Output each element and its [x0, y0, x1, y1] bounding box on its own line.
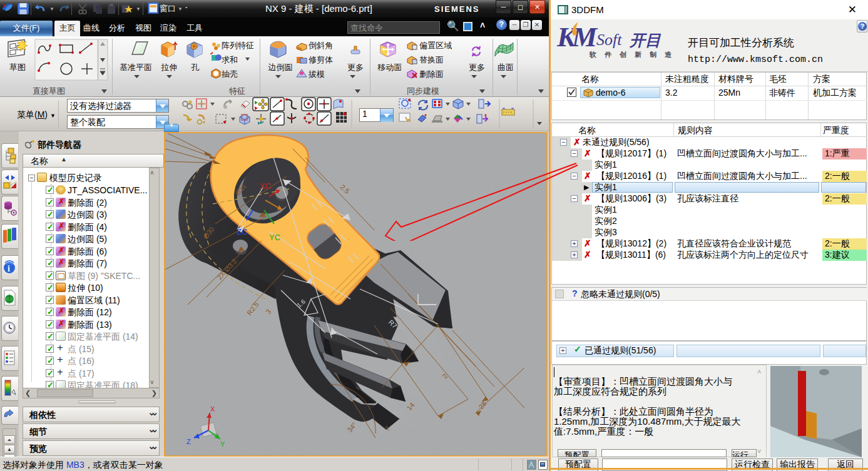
- svg-text:Z: Z: [186, 438, 191, 445]
- svg-text:R2.5: R2.5: [245, 301, 260, 317]
- svg-text:28: 28: [477, 400, 488, 410]
- svg-text:2.5: 2.5: [339, 183, 351, 195]
- svg-text:X: X: [210, 405, 215, 413]
- svg-text:i: i: [8, 264, 10, 273]
- svg-text:ZC: ZC: [237, 227, 247, 236]
- svg-text:3: 3: [264, 308, 272, 315]
- svg-text:Y: Y: [220, 440, 225, 448]
- svg-text:2: 2: [441, 372, 449, 380]
- svg-text:14: 14: [405, 401, 416, 412]
- svg-text:YC: YC: [269, 233, 280, 242]
- svg-text:34°: 34°: [345, 421, 358, 433]
- svg-text:XC: XC: [260, 181, 271, 191]
